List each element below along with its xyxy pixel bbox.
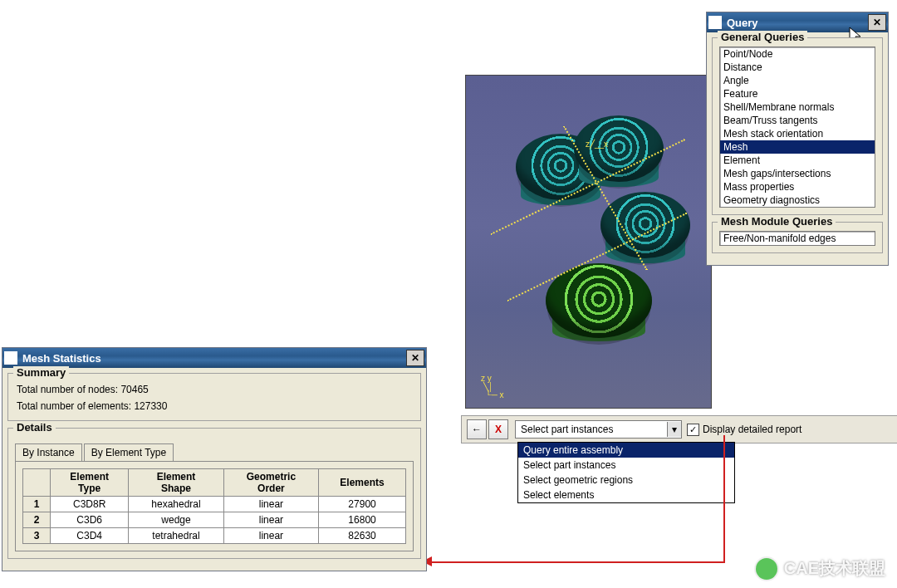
query-titlebar[interactable]: Query ✕ — [707, 12, 888, 32]
query-item-mesh-stack[interactable]: Mesh stack orientation — [720, 127, 875, 140]
details-tabpanel: ElementType ElementShape GeometricOrder … — [15, 461, 414, 551]
opt-select-geometric-regions[interactable]: Select geometric regions — [518, 473, 734, 488]
coil-4-selected — [546, 263, 652, 338]
chevron-down-icon[interactable]: ▾ — [667, 422, 681, 437]
prompt-scope-dropdown[interactable]: Query entire assembly Select part instan… — [517, 442, 735, 503]
col-rownum — [23, 469, 51, 497]
cell-order: linear — [223, 512, 318, 528]
callout-line-vert — [723, 435, 725, 561]
query-item-feature[interactable]: Feature — [720, 87, 875, 100]
detailed-report-checkbox[interactable]: ✓ — [687, 424, 699, 436]
prompt-cancel-button[interactable]: X — [488, 419, 508, 439]
cell-count: 27900 — [319, 497, 406, 512]
mesh-module-queries-label: Mesh Module Queries — [718, 215, 836, 228]
table-row[interactable]: 3 C3D4 tetrahedral linear 82630 — [23, 528, 406, 544]
general-queries-group: General Queries Point/Node Distance Angl… — [712, 37, 883, 215]
callout-line-horiz — [432, 561, 725, 563]
cell-type: C3D6 — [51, 512, 129, 528]
mesh-stats-window: Mesh Statistics ✕ Summary Total number o… — [2, 347, 427, 571]
window-icon — [4, 351, 17, 365]
query-item-point-node[interactable]: Point/Node — [720, 47, 875, 61]
window-icon — [708, 16, 722, 29]
cell-shape: hexahedral — [129, 497, 223, 512]
col-geometric-order: GeometricOrder — [223, 469, 318, 497]
summary-nodes: Total number of nodes: 70465 — [15, 382, 414, 399]
query-item-mass[interactable]: Mass properties — [720, 180, 875, 194]
cell-type: C3D8R — [51, 497, 129, 512]
opt-select-part-instances[interactable]: Select part instances — [518, 458, 734, 473]
close-icon[interactable]: ✕ — [406, 350, 424, 366]
query-item-gaps[interactable]: Mesh gaps/intersections — [720, 167, 875, 180]
prompt-scope-combo[interactable]: Select part instances ▾ — [515, 420, 682, 439]
mesh-module-queries-group: Mesh Module Queries Free/Non-manifold ed… — [712, 222, 883, 253]
opt-query-entire-assembly[interactable]: Query entire assembly — [518, 443, 734, 458]
prompt-back-button[interactable]: ← — [467, 419, 487, 439]
query-item-shell-normals[interactable]: Shell/Membrane normals — [720, 100, 875, 114]
cell-count: 16800 — [319, 512, 406, 528]
watermark: CAE技术联盟 — [756, 557, 885, 580]
summary-elements: Total number of elements: 127330 — [15, 399, 414, 414]
check-icon: ✓ — [689, 425, 697, 434]
query-title: Query — [725, 17, 868, 29]
query-item-beam-tangents[interactable]: Beam/Truss tangents — [720, 114, 875, 127]
cell-type: C3D4 — [51, 528, 129, 544]
mesh-stats-title: Mesh Statistics — [21, 352, 406, 365]
col-element-shape: ElementShape — [129, 469, 223, 497]
prompt-scope-value: Select part instances — [516, 424, 667, 435]
wechat-icon — [756, 558, 777, 580]
prompt-bar: ← X Select part instances ▾ ✓ Display de… — [461, 415, 897, 443]
row-number: 1 — [23, 497, 51, 512]
query-item-free-nonmanifold[interactable]: Free/Non-manifold edges — [720, 232, 875, 245]
query-item-distance[interactable]: Distance — [720, 61, 875, 74]
cell-count: 82630 — [319, 528, 406, 544]
detailed-report-label: Display detailed report — [703, 424, 801, 435]
row-number: 3 — [23, 528, 51, 544]
query-item-mesh[interactable]: Mesh — [720, 140, 875, 154]
view-triad: z y ╲│ └─ x — [481, 375, 504, 399]
table-row[interactable]: 2 C3D6 wedge linear 16800 — [23, 512, 406, 528]
table-row[interactable]: 1 C3D8R hexahedral linear 27900 — [23, 497, 406, 512]
element-type-table: ElementType ElementShape GeometricOrder … — [22, 468, 406, 544]
query-item-element[interactable]: Element — [720, 154, 875, 167]
row-number: 2 — [23, 512, 51, 528]
details-label: Details — [13, 421, 56, 434]
coil-3 — [600, 192, 690, 258]
col-elements: Elements — [319, 469, 406, 497]
viewport-3d[interactable]: z╱__x z y ╲│ └─ x — [465, 75, 712, 409]
col-element-type: ElementType — [51, 469, 129, 497]
cell-order: linear — [223, 528, 318, 544]
tab-by-instance[interactable]: By Instance — [15, 443, 82, 461]
watermark-text: CAE技术联盟 — [784, 557, 885, 580]
close-icon[interactable]: ✕ — [868, 14, 886, 31]
cell-order: linear — [223, 497, 318, 512]
summary-group: Summary Total number of nodes: 70465 Tot… — [7, 373, 421, 421]
general-queries-list[interactable]: Point/Node Distance Angle Feature Shell/… — [719, 47, 875, 208]
details-group: Details By Instance By Element Type Elem… — [7, 428, 421, 559]
coil-2 — [574, 115, 664, 182]
mesh-stats-titlebar[interactable]: Mesh Statistics ✕ — [2, 348, 426, 368]
query-item-geom-diag[interactable]: Geometry diagnostics — [720, 194, 875, 207]
opt-select-elements[interactable]: Select elements — [518, 488, 734, 502]
summary-label: Summary — [13, 366, 69, 379]
query-item-angle[interactable]: Angle — [720, 74, 875, 87]
cell-shape: tetrahedral — [129, 528, 223, 544]
general-queries-label: General Queries — [718, 31, 807, 43]
cell-shape: wedge — [129, 512, 223, 528]
mesh-module-queries-list[interactable]: Free/Non-manifold edges — [719, 231, 875, 246]
query-window: Query ✕ General Queries Point/Node Dista… — [706, 12, 889, 266]
tab-by-element-type[interactable]: By Element Type — [84, 443, 174, 461]
